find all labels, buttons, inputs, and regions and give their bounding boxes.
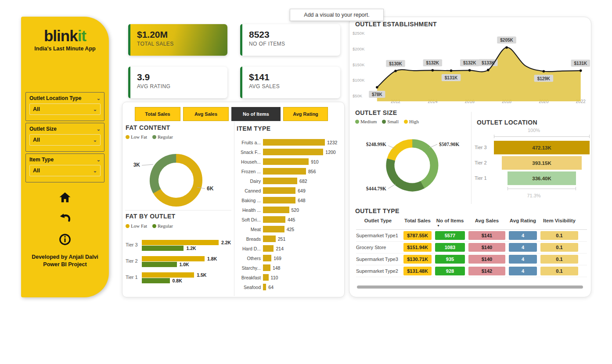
table-cell[interactable]: 0.1 xyxy=(540,243,578,252)
horizontal-scrollbar[interactable] xyxy=(357,285,583,289)
table-row[interactable]: Supermarket Type2$131.48K928$14240.1 xyxy=(356,265,587,277)
filter-dropdown[interactable]: All ⌄ xyxy=(29,165,101,176)
filter-outlet-size[interactable]: Outlet Size ⌄ All ⌄ xyxy=(25,123,104,152)
filter-item-type[interactable]: Item Type ⌄ All ⌄ xyxy=(25,153,104,182)
item-type-row: Breads251 xyxy=(236,236,344,242)
column-header-item-visibility[interactable]: Item Visibility xyxy=(540,216,578,227)
undo-icon[interactable] xyxy=(58,211,72,226)
tab-total-sales[interactable]: Total Sales xyxy=(135,107,180,121)
bar[interactable] xyxy=(142,246,184,251)
category-label: Snack F... xyxy=(236,150,263,155)
table-cell[interactable]: 1083 xyxy=(435,243,465,252)
legend-item[interactable]: High xyxy=(404,119,419,124)
point-marker[interactable] xyxy=(543,70,545,73)
column-header-outlet-type[interactable]: Outlet Type xyxy=(356,216,400,227)
bar[interactable] xyxy=(263,197,295,203)
bar[interactable] xyxy=(263,187,295,194)
table-cell[interactable]: $787.55K xyxy=(403,231,432,240)
legend-item[interactable]: Regular xyxy=(152,134,173,139)
tab-avg-rating[interactable]: Avg Rating xyxy=(283,107,328,121)
table-cell[interactable]: $142 xyxy=(468,267,505,275)
column-header-avg-rating[interactable]: Avg Rating xyxy=(509,216,537,227)
table-cell[interactable]: $130.71K xyxy=(403,255,432,264)
point-marker[interactable] xyxy=(450,69,453,72)
legend-item[interactable]: Medium xyxy=(355,119,377,124)
chevron-down-icon[interactable]: ⌄ xyxy=(97,157,101,163)
bar[interactable] xyxy=(263,274,269,281)
table-row[interactable]: Grocery Store$151.94K1083$14040.1 xyxy=(356,242,587,253)
legend-item[interactable]: Low Fat xyxy=(126,134,147,139)
table-row[interactable]: Supermarket Type1$787.55K5577$14140.1 xyxy=(356,230,587,242)
bar[interactable] xyxy=(263,207,289,213)
legend-item[interactable]: Low Fat xyxy=(126,223,147,228)
data-label-pill: $130K xyxy=(386,60,405,67)
tab-avg-sales[interactable]: Avg Sales xyxy=(183,107,229,121)
info-icon[interactable] xyxy=(58,232,72,247)
point-marker[interactable] xyxy=(432,69,434,72)
legend-item[interactable]: Small xyxy=(382,119,399,124)
table-cell[interactable]: 5577 xyxy=(435,231,465,240)
bar[interactable] xyxy=(263,255,271,261)
chevron-down-icon[interactable]: ⌄ xyxy=(97,126,101,132)
bar[interactable] xyxy=(142,278,170,283)
bar[interactable] xyxy=(263,216,285,223)
bar[interactable] xyxy=(142,240,219,245)
bar[interactable] xyxy=(142,256,205,261)
table-cell[interactable]: $140 xyxy=(468,255,505,264)
column-header-no-of-items[interactable]: No of Items▼ xyxy=(435,216,465,227)
bar[interactable] xyxy=(263,139,325,146)
point-marker[interactable] xyxy=(394,70,397,72)
bar[interactable] xyxy=(263,168,306,175)
bar[interactable] xyxy=(263,226,284,232)
chevron-down-icon[interactable]: ⌄ xyxy=(97,96,101,101)
point-marker[interactable] xyxy=(505,46,508,49)
kpi-label: NO OF ITEMS xyxy=(249,41,340,47)
filter-dropdown[interactable]: All ⌄ xyxy=(29,103,101,115)
point-marker[interactable] xyxy=(580,69,582,72)
table-cell[interactable]: 0.1 xyxy=(540,231,578,240)
table-cell[interactable]: $140 xyxy=(468,243,505,252)
data-label-pill: $131K xyxy=(571,60,590,67)
table-cell[interactable]: 4 xyxy=(509,267,537,275)
svg-text:$205K: $205K xyxy=(500,38,513,43)
table-cell[interactable]: $141 xyxy=(468,231,505,240)
funnel-bar[interactable]: 336.40K xyxy=(508,171,576,185)
table-cell[interactable]: 928 xyxy=(435,267,465,275)
legend-item[interactable]: Regular xyxy=(152,223,173,228)
filter-dropdown[interactable]: All ⌄ xyxy=(29,134,101,146)
bar[interactable] xyxy=(263,236,276,242)
bar[interactable] xyxy=(263,284,266,290)
table-cell[interactable]: 4 xyxy=(509,243,537,252)
bar[interactable] xyxy=(263,158,309,165)
tab-no-of-items[interactable]: No of Items xyxy=(231,107,281,121)
table-cell[interactable]: $131.48K xyxy=(403,267,432,275)
table-cell[interactable]: 0.1 xyxy=(540,267,578,275)
bar[interactable] xyxy=(263,264,270,271)
legend-dot-icon xyxy=(152,224,156,228)
point-marker[interactable] xyxy=(487,69,490,71)
category-label: Tier 3 xyxy=(126,242,140,247)
bar[interactable] xyxy=(263,245,274,252)
svg-text:$132K: $132K xyxy=(426,61,439,65)
table-row[interactable]: Supermarket Type3$130.71K935$14040.1 xyxy=(356,253,587,265)
point-marker[interactable] xyxy=(468,69,471,72)
filter-outlet-location-type[interactable]: Outlet Location Type ⌄ All ⌄ xyxy=(25,92,104,121)
table-cell[interactable]: 4 xyxy=(509,231,537,240)
legend-dot-icon xyxy=(126,135,130,139)
table-cell[interactable]: $151.94K xyxy=(403,243,432,252)
home-icon[interactable] xyxy=(58,190,72,205)
bar[interactable] xyxy=(263,178,297,184)
bar[interactable] xyxy=(263,149,323,155)
area-fill[interactable] xyxy=(377,47,581,101)
funnel-bar[interactable]: 472.13K xyxy=(494,141,590,154)
column-header-total-sales[interactable]: Total Sales xyxy=(403,216,432,227)
table-cell[interactable]: 0.1 xyxy=(540,255,578,264)
table-cell[interactable]: 4 xyxy=(509,255,537,264)
table-cell[interactable]: 935 xyxy=(435,255,465,264)
bar[interactable] xyxy=(142,272,194,278)
logo-blink: blink xyxy=(44,27,78,44)
point-marker[interactable] xyxy=(376,86,378,89)
funnel-bar[interactable]: 393.15K xyxy=(502,156,582,170)
bar[interactable] xyxy=(142,262,177,267)
column-header-avg-sales[interactable]: Avg Sales xyxy=(468,216,505,227)
